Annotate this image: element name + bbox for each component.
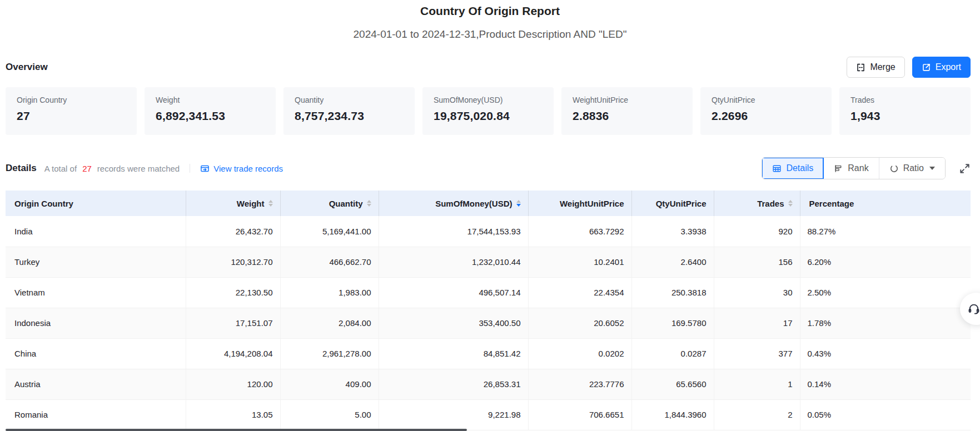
sort-icon-sum-of-money[interactable] [516,200,521,207]
cell-quantity: 2,084.00 [280,308,379,338]
tab-ratio-label: Ratio [903,163,924,173]
cell-weight: 120,312.70 [186,247,280,277]
card-origin-country: Origin Country 27 [6,87,137,135]
cell-qty-unit-price: 65.6560 [631,369,714,399]
cell-weight-unit-price: 706.6651 [528,399,631,430]
card-label: SumOfMoney(USD) [434,96,543,104]
cell-weight: 22,130.50 [186,277,280,308]
cell-weight: 26,432.70 [186,216,280,247]
card-quantity: Quantity 8,757,234.73 [283,87,415,135]
details-right: Details Rank Ratio [762,157,971,179]
tab-rank-label: Rank [848,163,868,173]
table-row: Indonesia 17,151.07 2,084.00 353,400.50 … [6,308,971,338]
cell-trades: 156 [714,247,800,277]
card-label: Weight [156,96,265,104]
card-value: 1,943 [850,109,959,123]
view-toggle-group: Details Rank Ratio [762,157,946,179]
cell-weight: 13.05 [186,399,280,430]
horizontal-scrollbar-thumb[interactable] [6,429,467,431]
fullscreen-button[interactable] [959,163,971,174]
country-of-origin-report-page: Country Of Origin Report 2024-01-01 to 2… [0,0,980,431]
col-header-weight[interactable]: Weight [186,191,280,216]
expand-arrows-icon [959,163,971,174]
cell-quantity: 5,169,441.00 [280,216,379,247]
sort-icon-quantity[interactable] [367,200,371,207]
cell-weight: 17,151.07 [186,308,280,338]
cell-percentage: 0.05% [800,399,971,430]
cell-qty-unit-price: 169.5780 [631,308,714,338]
table-body: India 26,432.70 5,169,441.00 17,544,153.… [6,216,971,430]
cell-qty-unit-price: 3.3938 [631,216,714,247]
cell-origin-country: Austria [6,369,186,399]
cell-origin-country: India [6,216,186,247]
cell-weight-unit-price: 10.2401 [528,247,631,277]
export-button-label: Export [936,62,961,72]
card-label: QtyUnitPrice [712,96,820,104]
cell-sum-of-money: 353,400.50 [379,308,528,338]
table-row: Vietnam 22,130.50 1,983.00 496,507.14 22… [6,277,971,308]
table-row: Austria 120.00 409.00 26,853.31 223.7776… [6,369,971,399]
headset-icon [967,302,980,315]
cell-weight-unit-price: 22.4354 [528,277,631,308]
cell-quantity: 466,662.70 [280,247,379,277]
col-header-quantity[interactable]: Quantity [280,191,379,216]
view-trade-records-link[interactable]: View trade records [200,164,283,173]
card-label: WeightUnitPrice [573,96,681,104]
report-header: Country Of Origin Report 2024-01-01 to 2… [0,0,980,42]
sort-icon-trades[interactable] [788,200,793,207]
card-value: 2.8836 [573,109,681,123]
details-left: Details A total of 27 records were match… [6,163,283,174]
col-label: Origin Country [14,199,73,208]
cell-origin-country: Vietnam [6,277,186,308]
col-label: QtyUnitPrice [656,199,707,208]
header-actions: Merge Export [847,57,971,78]
export-button[interactable]: Export [912,57,971,78]
card-value: 19,875,020.84 [434,109,543,123]
cell-sum-of-money: 26,853.31 [379,369,528,399]
export-arrow-icon [922,63,931,72]
cell-percentage: 88.27% [800,216,971,247]
col-label: Weight [237,199,265,208]
cell-trades: 2 [714,399,800,430]
cell-trades: 377 [714,338,800,369]
merge-cells-icon [856,63,865,72]
cell-weight-unit-price: 663.7292 [528,216,631,247]
card-value: 8,757,234.73 [295,109,404,123]
cell-sum-of-money: 9,221.98 [379,399,528,430]
tab-rank[interactable]: Rank [824,158,879,179]
cell-quantity: 409.00 [280,369,379,399]
view-trade-records-label: View trade records [213,164,283,173]
col-label: Percentage [809,199,854,208]
details-bar: Details A total of 27 records were match… [6,157,971,179]
matched-records-text: A total of 27 records were matched [44,164,180,173]
table-header: Origin Country Weight Quantity SumOfMone… [6,191,971,216]
table-row: India 26,432.70 5,169,441.00 17,544,153.… [6,216,971,247]
cell-trades: 1 [714,369,800,399]
cell-trades: 30 [714,277,800,308]
sort-icon-weight[interactable] [268,200,273,207]
cell-origin-country: China [6,338,186,369]
col-header-trades[interactable]: Trades [714,191,800,216]
cell-qty-unit-price: 0.0287 [631,338,714,369]
details-table: Origin Country Weight Quantity SumOfMone… [6,191,971,430]
col-label: Quantity [329,199,363,208]
card-sum-of-money: SumOfMoney(USD) 19,875,020.84 [422,87,554,135]
cell-sum-of-money: 84,851.42 [379,338,528,369]
table-row: China 4,194,208.04 2,961,278.00 84,851.4… [6,338,971,369]
matched-suffix: records were matched [97,164,180,173]
tab-details[interactable]: Details [762,158,824,179]
card-value: 2.2696 [712,109,820,123]
col-header-sum-of-money[interactable]: SumOfMoney(USD) [379,191,528,216]
cell-origin-country: Turkey [6,247,186,277]
card-label: Quantity [295,96,404,104]
cell-percentage: 0.43% [800,338,971,369]
cell-quantity: 1,983.00 [280,277,379,308]
cell-percentage: 0.14% [800,369,971,399]
cell-trades: 17 [714,308,800,338]
col-header-origin-country: Origin Country [6,191,186,216]
table-row: Turkey 120,312.70 466,662.70 1,232,010.4… [6,247,971,277]
cell-qty-unit-price: 1,844.3960 [631,399,714,430]
tab-ratio[interactable]: Ratio [879,158,945,179]
report-subtitle: 2024-01-01 to 2024-12-31,Product Descrip… [0,27,980,42]
merge-button[interactable]: Merge [847,57,904,78]
